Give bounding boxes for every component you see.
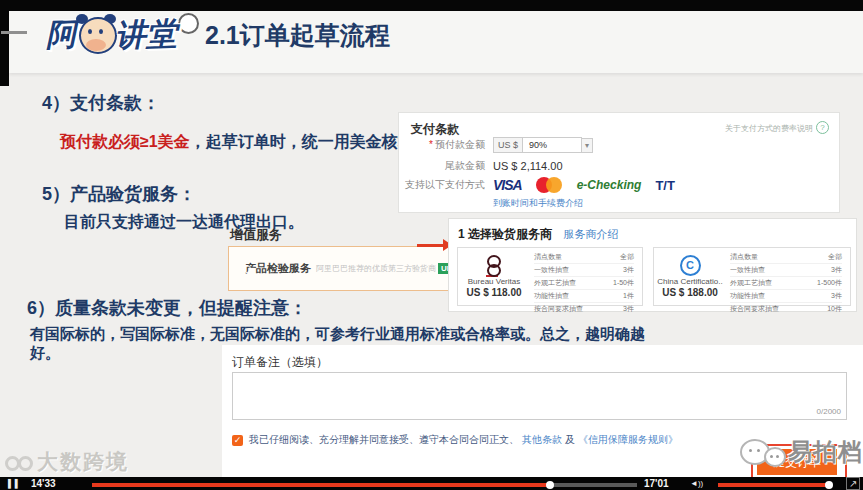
order-note-label: 订单备注（选填）	[232, 354, 328, 371]
seek-progress	[92, 483, 550, 487]
speech-bubble-small-icon	[764, 447, 786, 467]
yipaidang-watermark: 易拍档	[740, 436, 863, 468]
china-certification-logo-icon: C	[680, 255, 701, 276]
service-description: 阿里巴巴推荐的优质第三方验货商	[316, 263, 436, 274]
seek-bar[interactable]	[92, 483, 637, 487]
volume-handle[interactable]	[825, 481, 833, 489]
logo-text-left: 阿	[45, 13, 77, 56]
dashukuajing-watermark: 大数跨境	[3, 448, 129, 476]
watermark-left-text: 大数跨境	[37, 448, 129, 476]
provider-price: US $ 188.00	[662, 287, 718, 298]
other-terms-link[interactable]: 其他条款	[522, 433, 562, 447]
left-letterbox	[0, 0, 9, 86]
order-note-textarea[interactable]: 0/2000	[232, 372, 847, 420]
speaker-icon[interactable]: ◄))	[690, 479, 703, 488]
product-inspection-service-card[interactable]: 产品检验服务 阿里巴巴推荐的优质第三方验货商 UPDA	[228, 246, 449, 291]
seek-handle[interactable]	[546, 481, 554, 489]
value-added-title: 增值服务	[230, 226, 282, 244]
methods-row: 支持以下支付方式 VISA e-Checking T/T	[399, 177, 675, 193]
fullscreen-icon[interactable]: ↗	[846, 477, 860, 490]
video-top-letterbox	[0, 0, 863, 11]
page-title: 2.1订单起草流程	[205, 19, 390, 52]
inspection-provider-panel: 1 选择验货服务商 服务商介绍 Bureau Veritas US $ 118.…	[448, 218, 857, 312]
payment-terms-panel: 支付条款 关于支付方式的费率说明 ? *预付款金额 US $ 90% ▾ 尾款金…	[398, 112, 840, 213]
service-name: 产品检验服务	[245, 261, 311, 276]
payment-help-text: 关于支付方式的费率说明	[725, 123, 813, 134]
currency-prefix: US $	[493, 137, 523, 153]
volume-slider[interactable]	[718, 483, 830, 487]
agreement-checkbox[interactable]: ✓	[232, 435, 243, 446]
watermark-right-text: 易拍档	[788, 436, 863, 468]
echecking-icon: e-Checking	[577, 178, 642, 192]
help-question-icon[interactable]: ?	[816, 121, 829, 134]
methods-label: 支持以下支付方式	[399, 178, 485, 192]
balance-value: US $ 2,114.00	[493, 160, 563, 172]
section-6-heading: 6）质量条款未变更，但提醒注意：	[27, 296, 307, 320]
video-control-bar: ▌▌ 14'33 17'01 ◄)) ↗	[0, 477, 863, 490]
dashukuajing-logo-icon	[3, 452, 33, 472]
prepay-label: *预付款金额	[399, 138, 485, 152]
section-4-rest: ，起草订单时，统一用美金核算。	[190, 133, 430, 150]
current-time: 14'33	[31, 478, 56, 489]
required-asterisk: *	[429, 139, 433, 150]
char-counter: 0/2000	[817, 407, 841, 416]
section-5-heading: 5）产品验货服务：	[42, 182, 196, 206]
section-4-body: 预付款必须≥1美金，起草订单时，统一用美金核算。	[60, 132, 430, 153]
tt-payment-icon: T/T	[655, 178, 675, 193]
agreement-conjunction: 及	[565, 433, 575, 447]
provider-card-bureau-veritas[interactable]: Bureau Veritas US $ 118.00 清点数量全部 一致性抽查3…	[457, 247, 643, 306]
dropdown-arrow-icon[interactable]: ▾	[582, 138, 593, 153]
payment-panel-title: 支付条款	[411, 121, 459, 138]
visa-icon: VISA	[493, 177, 522, 193]
provider-price: US $ 118.00	[466, 287, 521, 298]
provider-card-china-certification[interactable]: C China Certificatio.. US $ 188.00 清点数量全…	[653, 247, 851, 306]
agreement-text: 我已仔细阅读、充分理解并同意接受、遵守本合同合同正文、	[249, 433, 519, 447]
inspection-title: 选择验货服务商	[468, 227, 552, 241]
logo-badge-icon	[178, 13, 199, 34]
provider-name: China Certificatio..	[657, 277, 722, 286]
prepay-row: *预付款金额 US $ 90% ▾	[399, 137, 593, 153]
red-arrow-annotation	[417, 244, 445, 247]
cow-mascot-icon	[74, 13, 118, 57]
step-number: 1	[458, 227, 465, 241]
bureau-veritas-logo-icon	[487, 255, 501, 268]
provider-name: Bureau Veritas	[468, 277, 520, 286]
section-4-heading: 4）支付条款：	[42, 91, 160, 115]
logo-text-right: 讲堂	[114, 13, 177, 57]
agreement-row: ✓ 我已仔细阅读、充分理解并同意接受、遵守本合同合同正文、 其他条款 及 《信用…	[232, 433, 681, 447]
divider-dash	[1, 31, 27, 34]
mastercard-icon	[536, 177, 563, 193]
section-4-highlight: 预付款必须≥1美金	[60, 133, 190, 150]
prepay-percent-input[interactable]: 90%	[523, 137, 582, 153]
aniu-lecture-logo: 阿 讲堂	[46, 13, 199, 57]
slide-stage: 阿 讲堂 2.1订单起草流程 4）支付条款： 预付款必须≥1美金，起草订单时，统…	[0, 0, 863, 490]
provider-spec-table: 清点数量全部 一致性抽查3件 外观工艺抽查1-500件 功能性抽查3件 按合同要…	[726, 248, 850, 305]
pause-icon[interactable]: ▌▌	[8, 479, 21, 488]
trade-assurance-rules-link[interactable]: 《信用保障服务规则》	[578, 433, 678, 447]
provider-intro-link[interactable]: 服务商介绍	[563, 228, 618, 240]
total-time: 17'01	[644, 478, 669, 489]
inspection-header: 1 选择验货服务商 服务商介绍	[458, 226, 618, 243]
balance-row: 尾款金额 US $ 2,114.00	[399, 159, 563, 173]
provider-spec-table: 清点数量全部 一致性抽查3件 外观工艺抽查1-50件 功能性抽查1件 按合同要求…	[530, 248, 642, 305]
fee-intro-link[interactable]: 到账时间和手续费介绍	[493, 197, 583, 210]
balance-label: 尾款金额	[399, 159, 485, 173]
